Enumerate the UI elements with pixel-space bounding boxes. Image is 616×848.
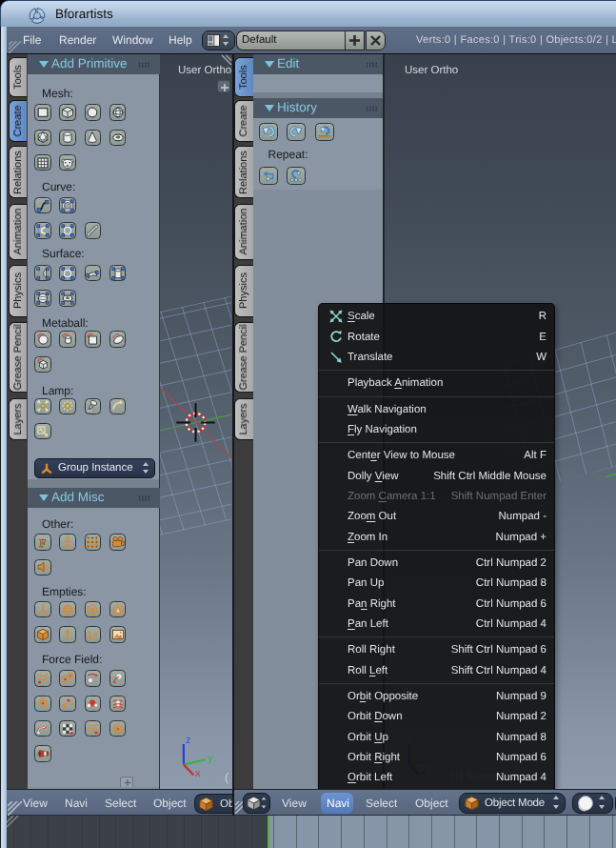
svg-text:z: z	[186, 735, 191, 746]
svg-text:F: F	[39, 536, 46, 550]
svg-text:x: x	[195, 768, 201, 779]
svg-text:(: (	[225, 771, 229, 784]
svg-text:y: y	[208, 753, 213, 764]
